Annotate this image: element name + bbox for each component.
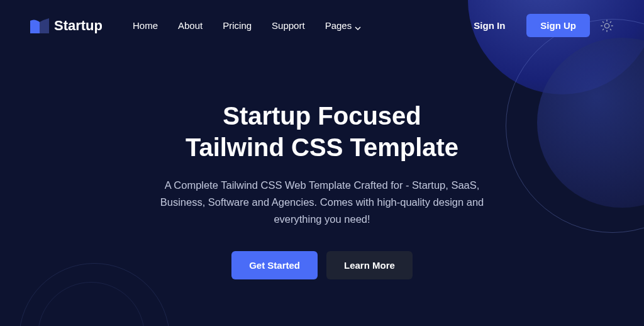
- svg-line-7: [602, 29, 603, 30]
- learn-more-button[interactable]: Learn More: [326, 251, 413, 279]
- brand-logo[interactable]: Startup: [30, 18, 103, 34]
- primary-nav: Home About Pricing Support Pages: [133, 20, 462, 31]
- hero-section: Startup Focused Tailwind CSS Template A …: [0, 51, 644, 279]
- nav-support[interactable]: Support: [272, 20, 305, 31]
- nav-pages[interactable]: Pages: [325, 20, 362, 31]
- chevron-down-icon: [355, 23, 361, 29]
- nav-label: Pricing: [223, 20, 252, 31]
- nav-home[interactable]: Home: [133, 20, 158, 31]
- get-started-button[interactable]: Get Started: [231, 251, 318, 279]
- nav-label: About: [178, 20, 203, 31]
- nav-label: Pages: [325, 20, 352, 31]
- svg-line-8: [610, 21, 611, 22]
- site-header: Startup Home About Pricing Support Pages…: [0, 0, 644, 51]
- hero-cta-group: Get Started Learn More: [0, 251, 644, 279]
- hero-subtitle: A Complete Tailwind CSS Web Template Cra…: [152, 177, 492, 228]
- svg-line-5: [602, 21, 603, 22]
- sign-in-link[interactable]: Sign In: [462, 14, 516, 37]
- svg-point-0: [604, 23, 609, 28]
- sun-icon: [600, 19, 614, 33]
- sign-up-button[interactable]: Sign Up: [526, 14, 590, 37]
- nav-about[interactable]: About: [178, 20, 203, 31]
- svg-line-6: [610, 29, 611, 30]
- logo-icon: [30, 18, 49, 33]
- hero-title-line2: Tailwind CSS Template: [186, 133, 458, 161]
- header-actions: Sign In Sign Up: [462, 14, 614, 37]
- nav-label: Support: [272, 20, 305, 31]
- hero-title: Startup Focused Tailwind CSS Template: [114, 100, 530, 163]
- theme-toggle[interactable]: [600, 19, 614, 33]
- hero-title-line1: Startup Focused: [223, 102, 421, 130]
- nav-pricing[interactable]: Pricing: [223, 20, 252, 31]
- brand-name: Startup: [54, 18, 103, 34]
- nav-label: Home: [133, 20, 158, 31]
